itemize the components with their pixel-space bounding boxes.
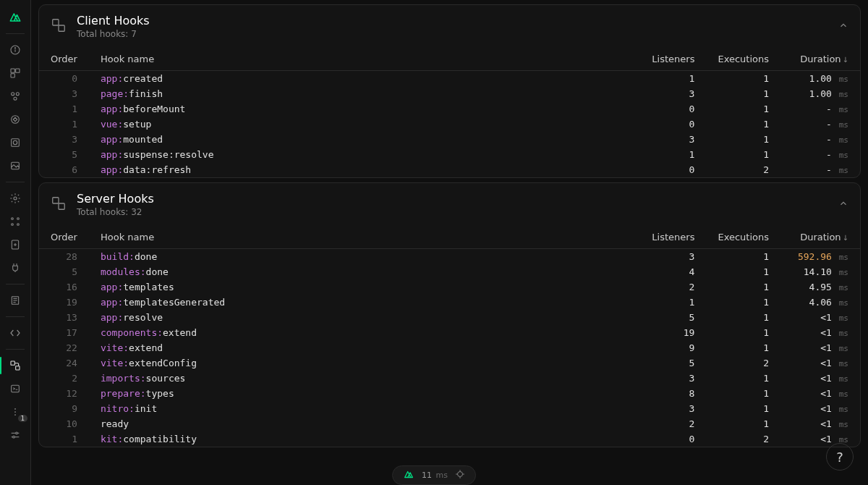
row-order: 1: [39, 117, 89, 132]
sort-desc-icon: ↓: [843, 234, 848, 242]
divider: [6, 284, 25, 284]
row-executions: 1: [706, 117, 780, 132]
col-executions[interactable]: Executions: [706, 48, 780, 71]
table-row[interactable]: 28build:done31592.96 ms: [39, 249, 860, 265]
collapse-icon[interactable]: [838, 198, 848, 211]
svg-rect-24: [16, 366, 20, 370]
row-listeners: 3: [634, 86, 706, 101]
table-row[interactable]: 10ready21<1 ms: [39, 416, 860, 431]
row-duration: <1 ms: [780, 416, 860, 431]
panel-title: Server Hooks: [77, 192, 154, 206]
row-name: imports:sources: [89, 371, 634, 386]
row-duration: <1 ms: [780, 431, 860, 447]
table-row[interactable]: 3page:finish311.00 ms: [39, 86, 860, 101]
divider: [6, 182, 25, 182]
row-name: app:resolve: [89, 310, 634, 325]
modules-icon[interactable]: [0, 131, 30, 154]
row-duration: 4.95 ms: [780, 279, 860, 295]
col-listeners[interactable]: Listeners: [634, 226, 706, 249]
row-name: components:extend: [89, 325, 634, 340]
svg-point-7: [16, 93, 19, 96]
col-duration[interactable]: Duration↓: [780, 48, 860, 71]
svg-point-27: [14, 411, 16, 413]
table-row[interactable]: 9nitro:init31<1 ms: [39, 401, 860, 416]
row-duration: <1 ms: [780, 340, 860, 355]
col-name[interactable]: Hook name: [89, 48, 634, 71]
row-duration: <1 ms: [780, 386, 860, 401]
table-row[interactable]: 6app:data:refresh02- ms: [39, 162, 860, 177]
table-row[interactable]: 13app:resolve51<1 ms: [39, 310, 860, 325]
col-name[interactable]: Hook name: [89, 226, 634, 249]
table-row[interactable]: 12prepare:types81<1 ms: [39, 386, 860, 401]
row-listeners: 5: [634, 310, 706, 325]
editor-icon[interactable]: [0, 321, 30, 345]
row-executions: 1: [706, 279, 780, 295]
settings-icon[interactable]: [0, 187, 30, 210]
help-button[interactable]: ?: [826, 443, 854, 471]
imports-icon[interactable]: [0, 108, 30, 131]
svg-point-11: [13, 140, 17, 144]
nuxt-logo-icon[interactable]: [0, 6, 30, 29]
table-row[interactable]: 3app:mounted31- ms: [39, 132, 860, 147]
panel-header: Client Hooks Total hooks: 7: [39, 5, 860, 48]
row-name: app:data:refresh: [89, 162, 634, 177]
table-row[interactable]: 17components:extend191<1 ms: [39, 325, 860, 340]
table-row[interactable]: 16app:templates214.95 ms: [39, 279, 860, 295]
table-row[interactable]: 0app:created111.00 ms: [39, 71, 860, 87]
docs-icon[interactable]: [0, 289, 30, 312]
row-executions: 1: [706, 147, 780, 162]
status-bar[interactable]: 11 ms: [392, 465, 476, 485]
row-listeners: 0: [634, 431, 706, 447]
table-row[interactable]: 2imports:sources31<1 ms: [39, 371, 860, 386]
row-name: prepare:types: [89, 386, 634, 401]
pages-icon[interactable]: [0, 62, 30, 85]
row-order: 1: [39, 101, 89, 117]
row-order: 22: [39, 340, 89, 355]
col-listeners[interactable]: Listeners: [634, 48, 706, 71]
col-executions[interactable]: Executions: [706, 226, 780, 249]
hooks-icon[interactable]: [0, 354, 30, 377]
svg-rect-35: [53, 198, 59, 203]
server-hooks-table: Order Hook name Listeners Executions Dur…: [39, 226, 860, 447]
assets-icon[interactable]: [0, 154, 30, 177]
row-listeners: 1: [634, 147, 706, 162]
table-row[interactable]: 1kit:compatibility02<1 ms: [39, 431, 860, 447]
col-order[interactable]: Order: [39, 226, 89, 249]
divider: [6, 349, 25, 350]
svg-point-15: [17, 218, 20, 220]
col-duration[interactable]: Duration↓: [780, 226, 860, 249]
sliders-icon[interactable]: [0, 423, 30, 447]
table-row[interactable]: 5app:suspense:resolve11- ms: [39, 147, 860, 162]
target-icon[interactable]: [455, 469, 465, 481]
info-icon[interactable]: [0, 38, 30, 62]
client-hooks-table: Order Hook name Listeners Executions Dur…: [39, 48, 860, 177]
table-row[interactable]: 24vite:extendConfig52<1 ms: [39, 355, 860, 371]
table-row[interactable]: 19app:templatesGenerated114.06 ms: [39, 295, 860, 310]
row-duration: 1.00 ms: [780, 71, 860, 87]
collapse-icon[interactable]: [838, 20, 848, 33]
svg-point-14: [12, 218, 14, 220]
table-row[interactable]: 1vue:setup01- ms: [39, 117, 860, 132]
table-row[interactable]: 22vite:extend91<1 ms: [39, 340, 860, 355]
col-order[interactable]: Order: [39, 48, 89, 71]
plugin-icon[interactable]: [0, 256, 30, 279]
row-name: nitro:init: [89, 401, 634, 416]
terminal-icon[interactable]: [0, 377, 30, 400]
row-executions: 1: [706, 264, 780, 279]
row-duration: - ms: [780, 132, 860, 147]
row-listeners: 2: [634, 416, 706, 431]
svg-point-9: [12, 116, 20, 124]
table-row[interactable]: 5modules:done4114.10 ms: [39, 264, 860, 279]
runtime-icon[interactable]: [0, 210, 30, 233]
row-duration: - ms: [780, 101, 860, 117]
row-duration: 14.10 ms: [780, 264, 860, 279]
row-order: 9: [39, 401, 89, 416]
svg-point-16: [12, 224, 14, 226]
payload-icon[interactable]: [0, 233, 30, 256]
svg-rect-10: [12, 139, 20, 147]
svg-rect-36: [59, 203, 64, 209]
more-icon[interactable]: 1: [0, 400, 30, 423]
table-row[interactable]: 1app:beforeMount01- ms: [39, 101, 860, 117]
svg-point-32: [13, 436, 15, 438]
components-icon[interactable]: [0, 85, 30, 108]
